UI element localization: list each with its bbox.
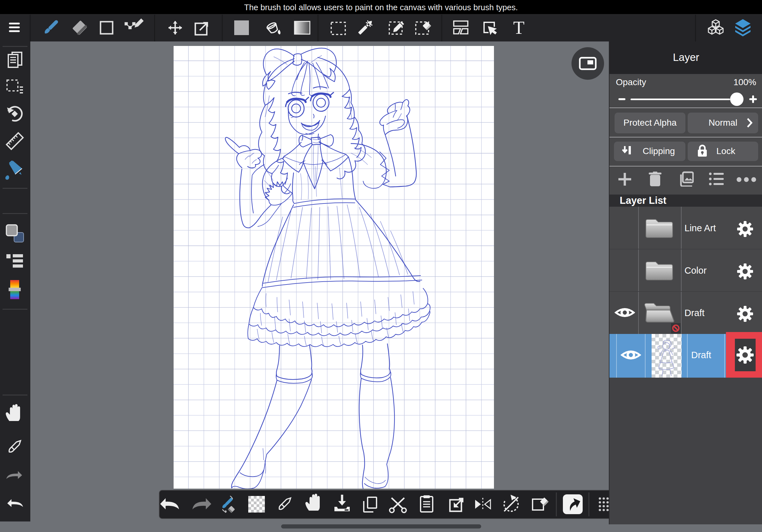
svg-text:T: T bbox=[513, 17, 524, 38]
